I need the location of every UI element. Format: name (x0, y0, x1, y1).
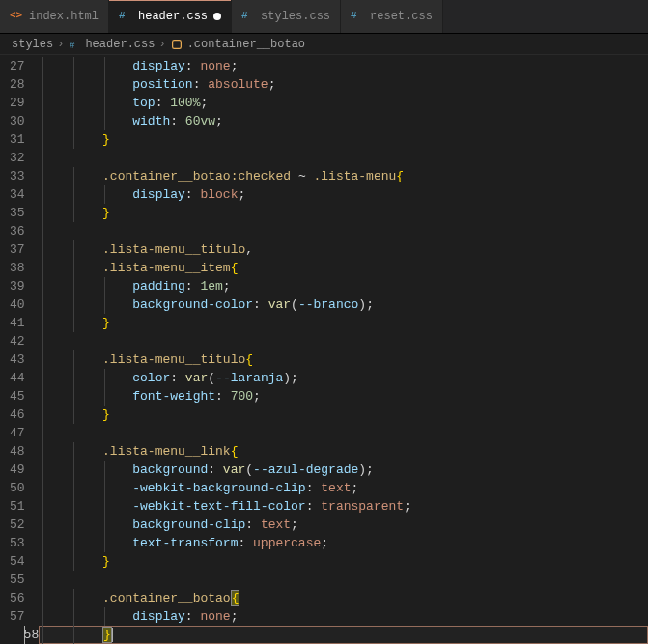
line-number: 39 (10, 277, 25, 295)
code-line[interactable] (39, 149, 648, 167)
modified-dot-icon[interactable] (213, 13, 221, 20)
line-number: 30 (10, 112, 25, 130)
breadcrumb-file[interactable]: header.css (85, 38, 155, 51)
code-line[interactable]: display: block; (39, 185, 648, 204)
line-number: 48 (10, 442, 25, 461)
code-area[interactable]: display: none; position: absolute; top: … (39, 55, 648, 644)
code-line[interactable]: } (39, 204, 648, 222)
html-file-icon: <> (10, 10, 23, 23)
line-number: 31 (10, 130, 25, 149)
line-number: 41 (10, 314, 25, 332)
css-file-icon: # (68, 38, 81, 51)
line-number: 56 (10, 589, 25, 607)
line-number: 58 (24, 626, 25, 644)
line-number: 50 (10, 479, 25, 497)
text-cursor (112, 628, 113, 642)
code-line[interactable]: background: var(--azul-degrade); (39, 461, 648, 479)
tab-label: header.css (138, 10, 208, 23)
code-line[interactable]: display: none; (39, 57, 648, 75)
tab-label: index.html (29, 10, 99, 23)
tab-label: styles.css (261, 10, 330, 23)
code-line[interactable]: position: absolute; (39, 75, 648, 94)
code-line[interactable]: } (39, 626, 648, 644)
code-line[interactable]: top: 100%; (39, 94, 648, 112)
code-line[interactable]: background-color: var(--branco); (39, 295, 648, 314)
code-line[interactable]: width: 60vw; (39, 112, 648, 130)
line-number: 36 (10, 222, 25, 240)
line-number: 54 (10, 552, 25, 571)
code-line[interactable] (39, 424, 648, 442)
css-file-icon: # (351, 10, 364, 23)
breadcrumb-symbol[interactable]: .container__botao (187, 38, 305, 51)
code-line[interactable]: color: var(--laranja); (39, 369, 648, 387)
svg-rect-1 (172, 40, 181, 48)
tab-header-css[interactable]: #header.css (109, 0, 232, 33)
code-line[interactable] (39, 222, 648, 240)
line-number: 43 (10, 350, 25, 369)
line-number: 55 (10, 571, 25, 589)
symbol-field-icon (170, 38, 183, 51)
code-line[interactable]: .lista-menu__titulo, (39, 240, 648, 259)
line-number: 49 (10, 461, 25, 479)
line-number: 35 (10, 204, 25, 222)
line-number: 47 (10, 424, 25, 442)
line-number: 29 (10, 94, 25, 112)
line-number: 38 (10, 259, 25, 277)
line-number: 32 (10, 149, 25, 167)
code-line[interactable]: .lista-menu__item{ (39, 259, 648, 277)
tab-label: reset.css (370, 10, 433, 23)
tab-index-html[interactable]: <>index.html (0, 0, 109, 33)
line-number: 34 (10, 185, 25, 204)
code-line[interactable]: text-transform: uppercase; (39, 534, 648, 552)
css-file-icon: # (241, 10, 255, 23)
line-number: 45 (10, 387, 25, 406)
code-line[interactable]: font-weight: 700; (39, 387, 648, 406)
code-line[interactable]: background-clip: text; (39, 516, 648, 534)
code-line[interactable] (39, 332, 648, 350)
line-number: 42 (10, 332, 25, 350)
code-line[interactable]: } (39, 552, 648, 571)
tab-bar: <>index.html#header.css#styles.css#reset… (0, 0, 648, 34)
code-line[interactable]: } (39, 406, 648, 424)
code-line[interactable]: padding: 1em; (39, 277, 648, 295)
svg-text:#: # (70, 40, 75, 50)
line-number: 33 (10, 167, 25, 185)
line-number: 57 (10, 607, 25, 626)
breadcrumb[interactable]: styles › # header.css › .container__bota… (0, 34, 648, 55)
line-number: 46 (10, 406, 25, 424)
tab-styles-css[interactable]: #styles.css (232, 0, 341, 33)
code-line[interactable]: .lista-menu__titulo{ (39, 350, 648, 369)
chevron-right-icon: › (158, 38, 165, 51)
line-number: 53 (10, 534, 25, 552)
code-line[interactable]: -webkit-background-clip: text; (39, 479, 648, 497)
chevron-right-icon: › (57, 38, 64, 51)
line-number: 52 (10, 516, 25, 534)
code-line[interactable]: } (39, 130, 648, 149)
line-number: 37 (10, 240, 25, 259)
code-line[interactable]: .container__botao:checked ~ .lista-menu{ (39, 167, 648, 185)
code-line[interactable] (39, 571, 648, 589)
code-line[interactable]: .container__botao{ (39, 589, 648, 607)
code-line[interactable]: .lista-menu__link{ (39, 442, 648, 461)
css-file-icon: # (119, 10, 132, 23)
line-number: 44 (10, 369, 25, 387)
line-number-gutter: 2728293031323334353637383940414243444546… (0, 55, 39, 644)
line-number: 40 (10, 295, 25, 314)
code-line[interactable]: display: none; (39, 607, 648, 626)
code-line[interactable]: } (39, 314, 648, 332)
code-line[interactable]: -webkit-text-fill-color: transparent; (39, 497, 648, 516)
breadcrumb-folder[interactable]: styles (12, 38, 53, 51)
editor[interactable]: 2728293031323334353637383940414243444546… (0, 55, 648, 644)
line-number: 27 (10, 57, 25, 75)
line-number: 51 (10, 497, 25, 516)
line-number: 28 (10, 75, 25, 94)
tab-reset-css[interactable]: #reset.css (341, 0, 443, 33)
